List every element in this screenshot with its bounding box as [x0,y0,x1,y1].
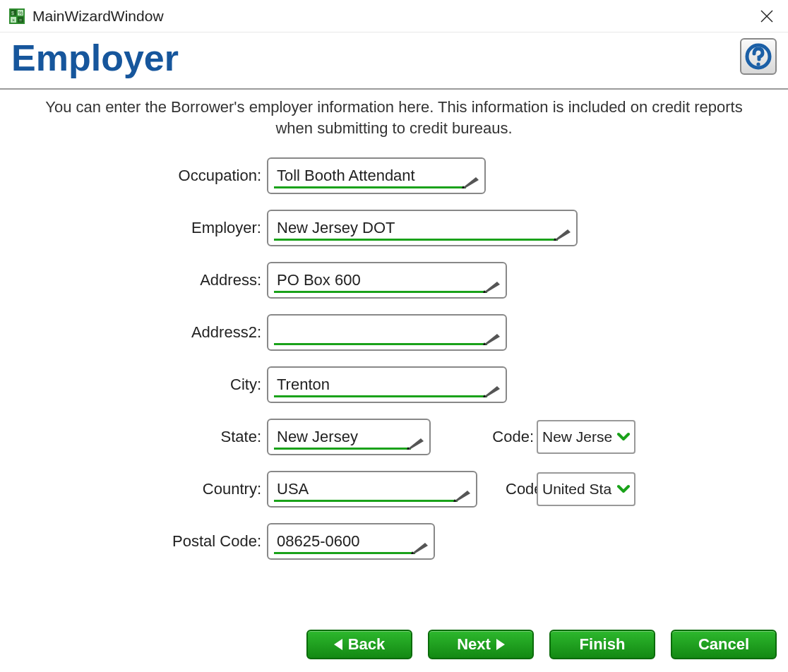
city-input[interactable] [275,375,499,395]
postal-field[interactable] [267,523,435,560]
city-field[interactable] [267,366,507,403]
svg-text:×: × [12,18,15,23]
pencil-icon [411,540,428,554]
address2-input[interactable] [275,323,499,342]
occupation-input[interactable] [275,166,477,186]
city-label: City: [28,376,267,394]
chevron-down-icon [617,484,630,494]
state-code-label: Code: [459,428,537,446]
app-icon: $ % × = [8,8,25,25]
employer-input[interactable] [275,218,569,238]
postal-label: Postal Code: [28,532,267,551]
country-field[interactable] [267,471,477,508]
next-button-label: Next [457,635,491,654]
address2-field[interactable] [267,314,507,351]
svg-marker-21 [483,386,500,397]
svg-marker-25 [453,491,470,502]
state-code-value: New Jerse [542,428,612,445]
close-button[interactable] [754,4,780,29]
cancel-button-label: Cancel [698,635,749,654]
svg-text:$: $ [11,11,14,16]
pencil-icon [483,331,500,345]
help-button[interactable] [740,38,777,75]
svg-marker-23 [407,438,424,450]
back-button-label: Back [348,635,386,654]
page-header: Employer [0,32,788,90]
svg-point-12 [756,62,760,66]
address-field[interactable] [267,262,507,299]
country-input[interactable] [275,479,469,499]
employer-label: Employer: [28,219,267,237]
address2-label: Address2: [28,323,267,342]
triangle-left-icon [334,639,342,650]
triangle-right-icon [496,639,505,650]
svg-text:%: % [18,11,23,16]
footer-buttons: Back Next Finish Cancel [0,621,788,672]
instructions-text: You can enter the Borrower's employer in… [0,90,788,141]
pencil-icon [462,174,479,188]
postal-input[interactable] [275,532,426,551]
window-title: MainWizardWindow [32,8,164,25]
occupation-label: Occupation: [28,167,267,185]
help-icon [745,43,772,70]
pencil-icon [407,436,424,450]
country-code-combo[interactable]: United Sta [537,472,635,506]
title-bar: $ % × = MainWizardWindow [0,0,788,32]
svg-text:=: = [19,18,22,23]
form-area: Occupation: Employer: Address: [0,142,788,560]
pencil-icon [483,279,500,293]
country-code-label: Code: [506,480,537,498]
address-input[interactable] [275,270,499,290]
page-title: Employer [11,38,179,78]
country-code-value: United Sta [542,481,611,498]
pencil-icon [483,383,500,397]
back-button[interactable]: Back [306,630,412,659]
pencil-icon [554,227,571,241]
finish-button[interactable]: Finish [549,630,655,659]
state-code-combo[interactable]: New Jerse [537,420,635,454]
close-icon [760,10,773,23]
svg-marker-19 [483,334,500,345]
finish-button-label: Finish [580,635,626,654]
state-field[interactable] [267,419,431,455]
svg-marker-13 [462,177,479,188]
occupation-field[interactable] [267,157,486,194]
address-label: Address: [28,271,267,289]
pencil-icon [453,488,470,502]
next-button[interactable]: Next [428,630,534,659]
state-input[interactable] [275,427,422,447]
svg-marker-15 [554,229,571,241]
chevron-down-icon [617,432,630,442]
cancel-button[interactable]: Cancel [671,630,777,659]
state-label: State: [28,428,267,446]
svg-marker-17 [483,282,500,293]
employer-field[interactable] [267,210,578,246]
country-label: Country: [28,480,267,498]
svg-marker-27 [411,543,428,554]
